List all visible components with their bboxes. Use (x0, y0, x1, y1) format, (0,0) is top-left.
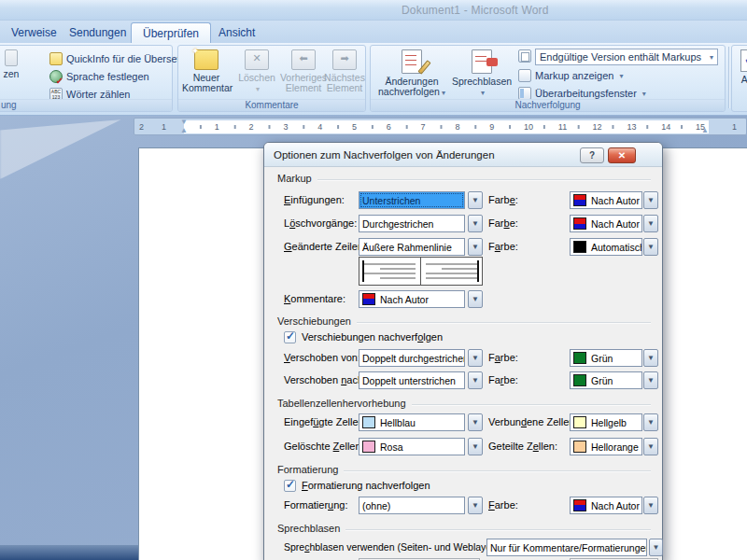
kommentare-label: Kommentare: (284, 293, 345, 304)
chevron-down-icon[interactable]: ▼ (643, 238, 658, 256)
formatierung-farbe-select[interactable]: Nach Autor (570, 497, 642, 514)
chevron-down-icon[interactable]: ▼ (468, 413, 483, 431)
chevron-down-icon[interactable]: ▼ (643, 413, 658, 431)
next-comment-icon: ➡ (332, 49, 357, 70)
chevron-down-icon[interactable]: ▼ (468, 238, 483, 256)
group-aenderungen: Ann (731, 45, 747, 112)
color-swatch (573, 416, 586, 428)
naechstes-element-button[interactable]: ➡ Nächstes Element (320, 48, 369, 99)
color-swatch (573, 217, 586, 230)
row-sprechblasen-verwenden: Sprechblasen verwenden (Seiten- und Webl… (264, 539, 664, 557)
display-for-review-icon (518, 49, 531, 63)
set-language-icon (49, 70, 63, 83)
formatierung-nachverfolgen-checkbox[interactable]: Formatierung nachverfolgen (284, 478, 430, 493)
verbundene-zellen-select[interactable]: Hellgelb (570, 413, 642, 431)
group-label-dokumentpruefung: ung (0, 99, 172, 111)
geloeschte-zellen-select[interactable]: Rosa (359, 438, 465, 455)
color-swatch (362, 441, 375, 453)
chevron-down-icon[interactable]: ▼ (468, 215, 483, 232)
sprache-festlegen-item[interactable]: Sprache festlegen (49, 69, 149, 84)
loeschvorgaenge-select[interactable]: Durchgestrichen (359, 215, 465, 232)
word-window: Dokument1 - Microsoft Word Verweise Send… (0, 0, 747, 560)
close-button[interactable]: ✕ (608, 147, 636, 163)
chevron-down-icon[interactable]: ▼ (468, 191, 483, 209)
ribbon-tabstrip: Verweise Sendungen Überprüfen Ansicht (0, 21, 747, 43)
ruler-number: 1 (215, 122, 219, 132)
verschoben-nach-select[interactable]: Doppelt unterstrichen (359, 371, 465, 389)
color-swatch (573, 352, 586, 364)
ruler-number: 10 (524, 122, 533, 132)
ruler-number: 1 (162, 122, 166, 132)
tab-ueberpruefen[interactable]: Überprüfen (131, 22, 211, 43)
chevron-down-icon[interactable]: ▼ (643, 371, 658, 389)
chevron-down-icon[interactable]: ▼ (643, 215, 658, 232)
delete-comment-icon: ✕ (245, 49, 269, 70)
tab-ansicht[interactable]: Ansicht (207, 22, 266, 43)
chevron-down-icon[interactable]: ▼ (468, 371, 483, 389)
formatierung-select[interactable]: (ohne) (359, 497, 465, 514)
chevron-down-icon[interactable]: ▼ (468, 290, 483, 308)
geteilte-zellen-label: Geteilte Zellen: (488, 441, 557, 452)
chevron-down-icon[interactable]: ▼ (649, 539, 663, 556)
annehmen-button[interactable]: Ann (734, 48, 747, 99)
chevron-down-icon[interactable]: ▼ (643, 191, 658, 209)
geaenderte-zeilen-select[interactable]: Äußere Rahmenlinie (359, 238, 465, 256)
screentip-icon (49, 52, 63, 65)
ruler-number: 2 (249, 122, 254, 132)
eingefuegte-zellen-select[interactable]: Hellblau (359, 413, 465, 431)
chevron-down-icon: ▾ (481, 89, 485, 97)
kommentare-farbe-select[interactable]: Nach Autor (359, 290, 465, 308)
verbundene-zellen-label: Verbundene Zellen: (488, 416, 577, 427)
sprechblasen-verwenden-label: Sprechblasen verwenden (Seiten- und Webl… (284, 541, 505, 553)
row-loeschvorgaenge: Löschvorgänge: Durchgestrichen ▼ Farbe: … (264, 215, 664, 233)
display-for-review-select[interactable]: Endgültige Version enthält Markups ▾ (535, 49, 718, 65)
section-formatierung: Formatierung (277, 463, 651, 476)
tab-sendungen[interactable]: Sendungen (58, 22, 137, 43)
geaenderte-zeilen-label: Geänderte Zeilen: (284, 241, 366, 252)
verschoben-von-label: Verschoben von: (284, 352, 360, 363)
farbe-label: Farbe: (488, 241, 518, 252)
row-zellen-2: Gelöschte Zellen: Rosa ▼ Geteilte Zellen… (264, 438, 664, 456)
help-button[interactable]: ? (580, 147, 604, 163)
geaenderte-zeilen-farbe-select[interactable]: Automatisch (570, 238, 642, 256)
farbe-label: Farbe: (488, 352, 518, 363)
previous-comment-icon: ⬅ (291, 49, 316, 70)
chevron-down-icon[interactable]: ▼ (468, 497, 483, 514)
chevron-down-icon: ▾ (619, 72, 623, 80)
markup-anzeigen-item[interactable]: Markup anzeigen ▾ (518, 68, 623, 83)
verschoben-nach-farbe-select[interactable]: Grün (570, 371, 642, 389)
ruler-number: 2 (139, 122, 144, 132)
hanging-indent-marker[interactable]: ▲ (180, 127, 188, 134)
group-kommentare: ✦ Neuer Kommentar ✕ Löschen ▾ ⬅ Vorherig… (177, 45, 366, 112)
geteilte-zellen-select[interactable]: Hellorange (570, 438, 642, 455)
einfuegungen-select[interactable]: Unterstrichen (359, 191, 465, 209)
sprechblasen-verwenden-select[interactable]: Nur für Kommentare/Formatierungen (486, 539, 647, 556)
chevron-down-icon[interactable]: ▼ (643, 349, 658, 367)
formatierung-label: Formatierung: (284, 499, 347, 511)
dialog-title: Optionen zum Nachverfolgen von Änderunge… (274, 149, 495, 161)
ruler-number: 9 (489, 122, 494, 132)
aenderungen-nachverfolgen-button[interactable]: Änderungen nachverfolgen▾ (376, 48, 447, 99)
show-markup-icon (518, 69, 531, 82)
first-line-indent-marker[interactable]: ▼ (180, 119, 188, 126)
chevron-down-icon: ▾ (442, 89, 445, 97)
verschoben-von-farbe-select[interactable]: Grün (570, 349, 642, 367)
loeschen-button[interactable]: ✕ Löschen ▾ (233, 48, 281, 99)
einfuegungen-farbe-select[interactable]: Nach Autor (570, 191, 642, 209)
chevron-down-icon[interactable]: ▼ (468, 349, 483, 367)
uebersetzen-button[interactable]: zen (1, 48, 21, 99)
verschoben-von-select[interactable]: Doppelt durchgestrichen (359, 349, 465, 367)
chevron-down-icon[interactable]: ▼ (643, 497, 658, 514)
neuer-kommentar-button[interactable]: ✦ Neuer Kommentar (182, 48, 231, 99)
chevron-down-icon[interactable]: ▼ (468, 438, 483, 455)
sprechblasen-button[interactable]: Sprechblasen ▾ (451, 48, 513, 99)
verschiebungen-nachverfolgen-checkbox[interactable]: Verschiebungen nachverfolgen (284, 329, 443, 344)
group-label-nachverfolgung: Nachverfolgung (371, 99, 725, 111)
checkbox-checked-icon (284, 331, 296, 343)
display-for-review-row (518, 49, 531, 63)
chevron-down-icon[interactable]: ▼ (643, 438, 658, 455)
ruler-number: 6 (387, 122, 391, 132)
chevron-down-icon: ▾ (642, 90, 646, 98)
ruler-number: 1 (732, 122, 737, 132)
loeschvorgaenge-farbe-select[interactable]: Nach Autor (570, 215, 642, 232)
